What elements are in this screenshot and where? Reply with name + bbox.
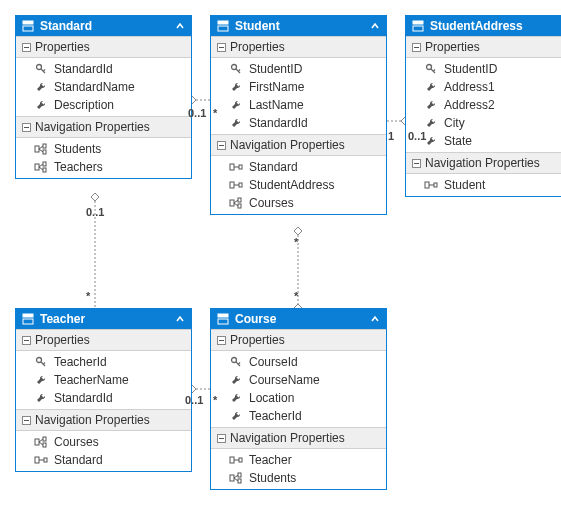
wrench-icon xyxy=(229,99,243,111)
collapse-icon[interactable] xyxy=(217,434,226,443)
properties-list: CourseIdCourseNameLocationTeacherId xyxy=(211,351,386,427)
nav-section-header[interactable]: Navigation Properties xyxy=(16,116,191,138)
nav-item[interactable]: Students xyxy=(16,140,191,158)
wrench-icon xyxy=(229,374,243,386)
entity-teacher[interactable]: TeacherPropertiesTeacherIdTeacherNameSta… xyxy=(15,308,192,472)
svg-rect-34 xyxy=(230,164,234,170)
collapse-icon[interactable] xyxy=(22,43,31,52)
entity-header[interactable]: Standard xyxy=(16,16,191,36)
nav-item[interactable]: Standard xyxy=(16,451,191,469)
wrench-icon xyxy=(424,99,438,111)
entity-title: Course xyxy=(235,312,370,326)
svg-rect-58 xyxy=(23,319,33,324)
svg-rect-26 xyxy=(218,26,228,31)
svg-rect-15 xyxy=(35,146,39,152)
nav-item[interactable]: Courses xyxy=(211,194,386,212)
collapse-icon[interactable] xyxy=(412,159,421,168)
entity-icon xyxy=(22,20,34,32)
entity-studentaddress[interactable]: StudentAddressPropertiesStudentIDAddress… xyxy=(405,15,561,197)
nav-one-icon xyxy=(229,162,243,172)
property-label: Address2 xyxy=(444,98,495,112)
property-item[interactable]: StudentID xyxy=(406,60,561,78)
property-item[interactable]: FirstName xyxy=(211,78,386,96)
entity-header[interactable]: Teacher xyxy=(16,309,191,329)
nav-item[interactable]: Courses xyxy=(16,433,191,451)
chevron-up-icon[interactable] xyxy=(370,314,380,324)
property-label: TeacherId xyxy=(249,409,302,423)
entity-header[interactable]: StudentAddress xyxy=(406,16,561,36)
collapse-icon[interactable] xyxy=(412,43,421,52)
properties-section-header[interactable]: Properties xyxy=(211,329,386,351)
property-item[interactable]: State xyxy=(406,132,561,150)
section-label: Properties xyxy=(230,40,285,54)
properties-section-header[interactable]: Properties xyxy=(211,36,386,58)
property-item[interactable]: StandardId xyxy=(16,389,191,407)
entity-icon xyxy=(412,20,424,32)
property-item[interactable]: CourseName xyxy=(211,371,386,389)
chevron-up-icon[interactable] xyxy=(370,21,380,31)
collapse-icon[interactable] xyxy=(217,336,226,345)
nav-item[interactable]: Teachers xyxy=(16,158,191,176)
nav-section-header[interactable]: Navigation Properties xyxy=(211,134,386,156)
property-item[interactable]: Address2 xyxy=(406,96,561,114)
wrench-icon xyxy=(229,81,243,93)
nav-section-header[interactable]: Navigation Properties xyxy=(406,152,561,174)
entity-header[interactable]: Student xyxy=(211,16,386,36)
svg-line-67 xyxy=(39,439,43,442)
svg-rect-90 xyxy=(238,479,241,483)
property-item[interactable]: TeacherId xyxy=(16,353,191,371)
svg-line-68 xyxy=(39,442,43,445)
svg-rect-86 xyxy=(230,475,234,481)
svg-rect-75 xyxy=(218,319,228,324)
collapse-icon[interactable] xyxy=(217,141,226,150)
nav-section-header[interactable]: Navigation Properties xyxy=(211,427,386,449)
property-item[interactable]: Location xyxy=(211,389,386,407)
property-item[interactable]: StandardName xyxy=(16,78,191,96)
entity-student[interactable]: StudentPropertiesStudentIDFirstNameLastN… xyxy=(210,15,387,215)
entity-header[interactable]: Course xyxy=(211,309,386,329)
collapse-icon[interactable] xyxy=(22,416,31,425)
entity-title: StudentAddress xyxy=(430,19,561,33)
nav-item[interactable]: Students xyxy=(211,469,386,487)
entity-icon xyxy=(217,313,229,325)
property-item[interactable]: LastName xyxy=(211,96,386,114)
property-item[interactable]: Description xyxy=(16,96,191,114)
svg-rect-37 xyxy=(230,182,234,188)
property-item[interactable]: StandardId xyxy=(211,114,386,132)
nav-item[interactable]: Teacher xyxy=(211,451,386,469)
nav-label: StudentAddress xyxy=(249,178,334,192)
nav-many-icon xyxy=(229,197,243,209)
property-item[interactable]: Address1 xyxy=(406,78,561,96)
property-label: CourseName xyxy=(249,373,320,387)
entity-standard[interactable]: StandardPropertiesStandardIdStandardName… xyxy=(15,15,192,179)
collapse-icon[interactable] xyxy=(217,43,226,52)
entity-course[interactable]: CoursePropertiesCourseIdCourseNameLocati… xyxy=(210,308,387,490)
properties-section-header[interactable]: Properties xyxy=(16,36,191,58)
property-item[interactable]: TeacherName xyxy=(16,371,191,389)
collapse-icon[interactable] xyxy=(22,123,31,132)
properties-section-header[interactable]: Properties xyxy=(406,36,561,58)
property-item[interactable]: CourseId xyxy=(211,353,386,371)
collapse-icon[interactable] xyxy=(22,336,31,345)
property-item[interactable]: StandardId xyxy=(16,60,191,78)
svg-point-29 xyxy=(232,65,237,70)
nav-item[interactable]: Standard xyxy=(211,158,386,176)
property-item[interactable]: City xyxy=(406,114,561,132)
nav-item[interactable]: Student xyxy=(406,176,561,194)
svg-rect-57 xyxy=(23,314,33,317)
nav-item[interactable]: StudentAddress xyxy=(211,176,386,194)
property-label: StandardId xyxy=(249,116,308,130)
section-label: Navigation Properties xyxy=(230,138,345,152)
nav-section-header[interactable]: Navigation Properties xyxy=(16,409,191,431)
chevron-up-icon[interactable] xyxy=(175,21,185,31)
entity-icon xyxy=(217,20,229,32)
property-item[interactable]: TeacherId xyxy=(211,407,386,425)
svg-rect-25 xyxy=(218,21,228,24)
nav-one-icon xyxy=(229,455,243,465)
svg-line-21 xyxy=(39,164,43,167)
property-item[interactable]: StudentID xyxy=(211,60,386,78)
multiplicity-label: * xyxy=(213,394,217,406)
wrench-icon xyxy=(229,117,243,129)
properties-section-header[interactable]: Properties xyxy=(16,329,191,351)
chevron-up-icon[interactable] xyxy=(175,314,185,324)
